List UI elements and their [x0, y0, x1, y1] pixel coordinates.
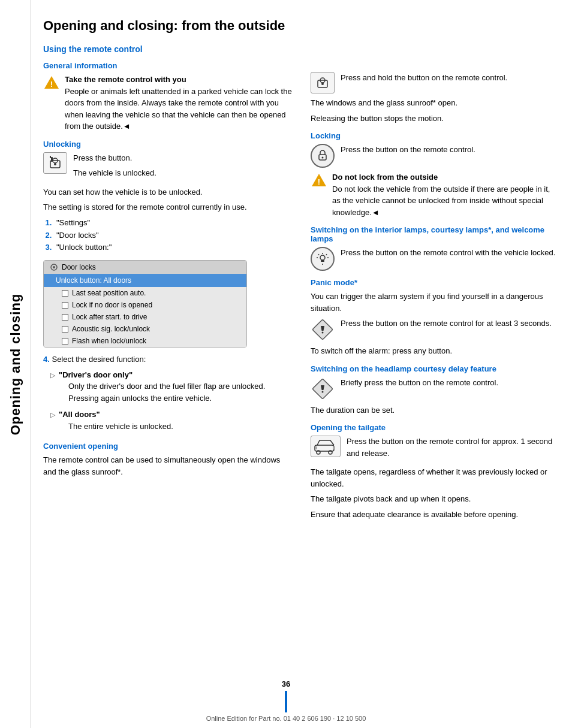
headlamp-heading: Switching on the headlamp courtesy delay… — [311, 364, 560, 373]
footer-divider — [285, 691, 287, 712]
interior-lamp-icon — [311, 247, 335, 271]
lock-circle-icon — [311, 144, 335, 168]
using-remote-heading: Using the remote control — [43, 44, 293, 54]
warning2-body: Do not lock the vehicle from the outside… — [332, 185, 550, 217]
panic-body1: You can trigger the alarm system if you … — [311, 291, 560, 314]
locking-icon-row: Press the button on the remote control. — [311, 144, 560, 168]
svg-point-27 — [322, 391, 324, 392]
bullet-drivers-door: ▷ "Driver's door only" Only the driver's… — [50, 369, 293, 407]
menu-item-1: Lock if no door is opened — [50, 299, 246, 311]
headlamp-icon-row: Briefly press the button on the remote c… — [311, 377, 560, 401]
tailgate-body2: The tailgate pivots back and up when it … — [311, 493, 560, 505]
svg-point-13 — [322, 157, 324, 159]
step-1: "Settings" — [54, 217, 293, 229]
steps-list: "Settings" "Door locks" "Unlock button:" — [54, 217, 293, 254]
submenu-items: Last seat position auto. Lock if no door… — [44, 287, 246, 347]
door-locks-menu: Door locks Unlock button: All doors Last… — [43, 260, 247, 348]
checkbox-2 — [62, 314, 68, 321]
warning-triangle-icon-2: ! — [311, 172, 327, 189]
convenient-body2: Releasing the button stops the motion. — [311, 113, 560, 125]
step4-text: 4. Select the desired function: — [43, 354, 293, 365]
interior-lamps-body: Press the button on the remote control w… — [341, 247, 555, 259]
svg-rect-31 — [315, 446, 317, 449]
menu-item-label-0: Last seat position auto. — [72, 289, 146, 297]
svg-rect-6 — [50, 156, 51, 158]
svg-point-11 — [321, 83, 324, 85]
step-2: "Door locks" — [54, 229, 293, 242]
tailgate-body3: Ensure that adequate clearance is availa… — [311, 509, 560, 521]
warning-box-2: ! Do not lock from the outside Do not lo… — [311, 171, 560, 218]
panic-body2: To switch off the alarm: press any butto… — [311, 345, 560, 357]
locking-heading: Locking — [311, 131, 560, 140]
step-3: "Unlock button:" — [54, 241, 293, 254]
svg-point-4 — [54, 163, 56, 165]
checkbox-3 — [62, 326, 68, 333]
svg-line-21 — [318, 254, 319, 255]
page-title: Opening and closing: from the outside — [43, 18, 293, 34]
svg-line-22 — [326, 254, 327, 255]
convenient-icon-text: Press and hold the button on the remote … — [341, 72, 507, 84]
warning-box-1: ! Take the remote control with you Peopl… — [43, 74, 293, 132]
interior-lamps-icon-row: Press the button on the remote control w… — [311, 247, 560, 271]
page-number: 36 — [282, 679, 290, 688]
menu-item-2: Lock after start. to drive — [50, 311, 246, 323]
checkbox-0 — [62, 290, 68, 297]
tailgate-heading: Opening the tailgate — [311, 423, 560, 432]
warning2-line1: Do not lock from the outside — [332, 173, 438, 182]
convenient-body1: The windows and the glass sunroof* open. — [311, 97, 560, 109]
tailgate-line1: Press the button on the remote control f… — [347, 436, 560, 459]
sidebar-label: Opening and closing — [8, 293, 23, 435]
warning-text-1: Take the remote control with you People … — [65, 74, 293, 132]
svg-point-16 — [320, 255, 325, 260]
unlock-icon-row: Press the button. The vehicle is unlocke… — [43, 152, 293, 183]
remote-open-icon — [311, 72, 335, 93]
bullet2-label: "All doors" — [59, 410, 100, 419]
panic-diamond-icon — [311, 318, 335, 342]
general-info-heading: General information — [43, 61, 293, 70]
tailgate-car-icon — [311, 436, 341, 457]
unlock-line2: The vehicle is unlocked. — [73, 167, 156, 179]
sidebar: Opening and closing — [0, 0, 31, 728]
unlock-line1: Press the button. — [73, 152, 156, 164]
warning-line1: Take the remote control with you — [65, 75, 186, 84]
panic-icon-row: Press the button on the remote control f… — [311, 318, 560, 342]
menu-item-label-4: Flash when lock/unlock — [72, 337, 146, 345]
checkbox-1 — [62, 302, 68, 309]
svg-point-25 — [322, 332, 324, 334]
page-footer: 36 Online Edition for Part no. 01 40 2 6… — [0, 679, 572, 728]
door-options-list: ▷ "Driver's door only" Only the driver's… — [50, 369, 293, 435]
warning-text-2: Do not lock from the outside Do not lock… — [332, 171, 560, 218]
tailgate-icon-row: Press the button on the remote control f… — [311, 436, 560, 463]
menu-item-4: Flash when lock/unlock — [50, 335, 246, 347]
step4-label: Select the desired function: — [52, 355, 146, 364]
menu-selected-item: Unlock button: All doors — [44, 274, 246, 287]
svg-rect-32 — [333, 446, 335, 449]
headlamp-body1: The duration can be set. — [311, 404, 560, 416]
locking-line1: Press the button on the remote control. — [341, 144, 475, 156]
unlocking-heading: Unlocking — [43, 140, 293, 149]
footer-text: Online Edition for Part no. 01 40 2 606 … — [206, 715, 366, 722]
headlamp-line1: Briefly press the button on the remote c… — [341, 377, 498, 389]
warning-body1: People or animals left unattended in a p… — [65, 87, 292, 131]
menu-item-label-3: Acoustic sig. lock/unlock — [72, 325, 150, 333]
bullet1-sub: Only the driver's door and the fuel fill… — [68, 380, 293, 404]
bullet-arrow-1: ▷ — [50, 370, 55, 407]
unlock-text: Press the button. The vehicle is unlocke… — [73, 152, 156, 183]
panic-line1: Press the button on the remote control f… — [341, 318, 552, 330]
menu-item-label-1: Lock if no door is opened — [72, 301, 152, 309]
bullet-arrow-2: ▷ — [50, 410, 55, 434]
menu-item-label-2: Lock after start. to drive — [72, 313, 147, 321]
menu-settings-icon — [50, 263, 58, 271]
menu-title: Door locks — [62, 263, 96, 271]
convenient-body: The remote control can be used to simult… — [43, 454, 293, 478]
panic-mode-heading: Panic mode* — [311, 278, 560, 287]
svg-text:!: ! — [318, 177, 320, 186]
menu-item-0: Last seat position auto. — [50, 287, 246, 299]
menu-item-3: Acoustic sig. lock/unlock — [50, 323, 246, 335]
bullet1-label: "Driver's door only" — [59, 370, 133, 379]
unlock-body1: You can set how the vehicle is to be unl… — [43, 186, 293, 198]
interior-lamps-heading: Switching on the interior lamps, courtes… — [311, 225, 560, 243]
convenient-icon-row: Press and hold the button on the remote … — [311, 72, 560, 93]
svg-rect-23 — [321, 260, 324, 262]
headlamp-diamond-icon — [311, 377, 335, 401]
